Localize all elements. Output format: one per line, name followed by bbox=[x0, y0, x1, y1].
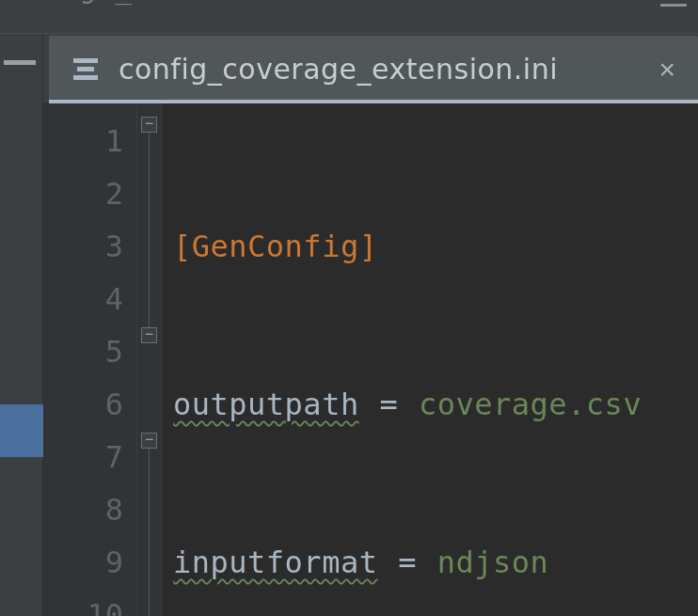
code-body[interactable]: [GenConfig] outputpath = coverage.csv in… bbox=[162, 103, 698, 616]
line-number: 4 bbox=[43, 273, 123, 325]
code-line: inputformat = ndjson bbox=[173, 536, 698, 589]
tool-stripe bbox=[0, 34, 43, 616]
line-number: 1 bbox=[43, 115, 123, 167]
line-number: 10 bbox=[43, 589, 123, 616]
fold-toggle-icon[interactable]: − bbox=[141, 433, 157, 449]
code-line: [GenConfig] bbox=[173, 220, 698, 273]
gutter: 1 2 3 4 5 6 7 8 9 10 bbox=[43, 103, 137, 616]
fold-toggle-icon[interactable]: − bbox=[141, 327, 157, 343]
tool-dash-icon[interactable] bbox=[4, 60, 36, 65]
svg-rect-1 bbox=[77, 67, 94, 71]
fold-column: − − − bbox=[137, 103, 162, 616]
fold-toggle-icon[interactable]: − bbox=[141, 117, 157, 133]
line-number: 6 bbox=[43, 378, 123, 431]
code-area: 1 2 3 4 5 6 7 8 9 10 − − − [GenConfig] o bbox=[43, 103, 698, 616]
tab-bar: config_coverage_extension.ini × bbox=[43, 34, 698, 103]
hamburger-icon[interactable] bbox=[660, 0, 687, 7]
tool-stripe-highlight bbox=[0, 404, 43, 457]
editor: config_coverage_extension.ini × 1 2 3 4 … bbox=[43, 34, 698, 616]
svg-rect-0 bbox=[73, 58, 98, 63]
line-number: 2 bbox=[43, 167, 123, 220]
code-line: outputpath = coverage.csv bbox=[173, 378, 698, 431]
close-icon[interactable]: × bbox=[653, 50, 681, 89]
tab-label: config_coverage_extension.ini bbox=[119, 53, 558, 86]
fold-guide bbox=[149, 438, 150, 616]
workspace: config_coverage_extension.ini × 1 2 3 4 … bbox=[0, 34, 698, 616]
line-number: 9 bbox=[43, 536, 123, 589]
line-number: 3 bbox=[43, 220, 123, 273]
ini-file-icon bbox=[70, 55, 102, 84]
svg-rect-2 bbox=[73, 75, 98, 80]
breadcrumb-bar: verage_extension.ini bbox=[0, 0, 698, 34]
line-number: 5 bbox=[43, 325, 123, 378]
fold-guide bbox=[149, 122, 150, 333]
tab-config-coverage-extension[interactable]: config_coverage_extension.ini × bbox=[49, 36, 698, 103]
line-number: 7 bbox=[43, 431, 123, 483]
line-number: 8 bbox=[43, 483, 123, 536]
